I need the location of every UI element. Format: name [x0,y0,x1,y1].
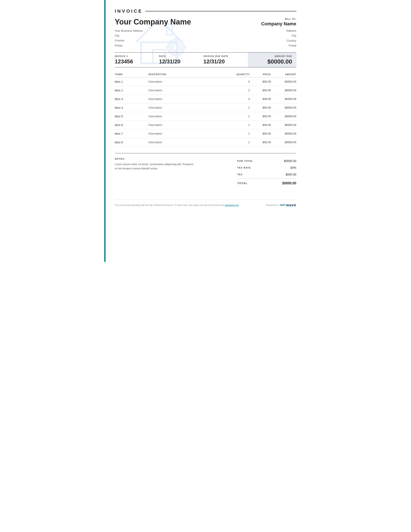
item-quantity: 1 [229,121,250,129]
item-price: $00.00 [250,77,271,86]
meta-bar: INVOICE # 123456 DATE 12/31/20 INVOICE D… [115,52,296,67]
item-price: $00.00 [250,103,271,112]
totals-section: SUB-TOTAL $0000.00 TAX RATE 00% TAX $000… [237,158,296,187]
footer-text-content: This invoice was generated with the help… [115,204,225,206]
total-value: $0000.00 [275,181,296,185]
item-description: Description [149,129,229,138]
item-description: Description [149,86,229,95]
footer-section: NOTES: Lorem ipsum dolor sit amet, conse… [115,153,296,187]
tax-rate-value: 00% [275,166,296,169]
left-accent-bar [104,0,105,262]
company-name-left: Your Company Name [115,18,261,26]
item-name: Item 1 [115,77,149,86]
item-amount: $0000.00 [271,121,296,129]
item-name: Item 3 [115,95,149,103]
table-row: Item 8 Description 1 $00.00 $0000.00 [115,138,296,147]
wave-brand-text: wave [286,203,296,207]
powered-by-text: Powered by [266,204,278,206]
invoice-num-cell: INVOICE # 123456 [115,53,159,67]
col-header-amount: AMOUNT [271,72,296,77]
date-cell: DATE 12/31/20 [159,53,204,67]
col-header-description: DESCRIPTION [149,72,229,77]
invoice-title: INVOICE [115,9,143,14]
bill-to-city-line: City [261,33,296,38]
company-postal-line: Postal [115,43,261,48]
date-value: 12/31/20 [159,58,199,65]
items-section: ITEMS DESCRIPTION QUANTITY PRICE AMOUNT … [115,72,296,147]
subtotal-row: SUB-TOTAL $0000.00 [237,158,296,164]
item-name: Item 2 [115,86,149,95]
table-row: Item 7 Description 1 $00.00 $0000.00 [115,129,296,138]
tax-rate-label: TAX RATE [237,166,275,169]
wave-icon [280,203,285,207]
table-row: Item 5 Description 1 $00.00 $0000.00 [115,112,296,121]
amount-due-value: $0000.00 [252,58,292,65]
table-row: Item 4 Description 1 $00.00 $0000.00 [115,103,296,112]
table-row: Item 3 Description 3 $00.00 $0000.00 [115,95,296,103]
footer-text: This invoice was generated with the help… [115,204,239,206]
item-quantity: 3 [229,95,250,103]
tax-value: $000.00 [275,173,296,176]
item-description: Description [149,95,229,103]
item-name: Item 6 [115,121,149,129]
table-header: ITEMS DESCRIPTION QUANTITY PRICE AMOUNT [115,72,296,77]
header-section: Your Company Name Your Business Address … [115,18,296,48]
item-amount: $0000.00 [271,77,296,86]
item-description: Description [149,103,229,112]
col-header-items: ITEMS [115,72,149,77]
item-quantity: 2 [229,86,250,95]
item-quantity: 1 [229,103,250,112]
item-quantity: 3 [229,77,250,86]
item-price: $00.00 [250,112,271,121]
tax-row: TAX $000.00 [237,171,296,178]
amount-due-cell: AMOUNT DUE $0000.00 [248,53,296,67]
powered-by: Powered by wave [266,203,296,207]
total-label: TOTAL [237,182,275,185]
item-amount: $0000.00 [271,112,296,121]
bill-to-label: BILL TO: [261,18,296,20]
item-amount: $0000.00 [271,103,296,112]
due-date-label: INVOICE DUE DATE [204,55,243,57]
due-date-cell: INVOICE DUE DATE 12/31/20 [204,53,248,67]
company-info-right: BILL TO: Company Name Address City Count… [261,18,296,48]
bill-to-address: Address City Country Postal [261,28,296,48]
col-header-quantity: QUANTITY [229,72,250,77]
title-divider [145,11,296,11]
item-quantity: 1 [229,138,250,147]
table-body: Item 1 Description 3 $00.00 $0000.00 Ite… [115,77,296,147]
item-price: $00.00 [250,138,271,147]
invoice-page: INVOICE Your Company Name Your Business … [104,0,307,262]
company-address-left: Your Business Address City Country Posta… [115,28,261,48]
table-row: Item 6 Description 1 $00.00 $0000.00 [115,121,296,129]
company-city-line: City [115,33,261,38]
totals-divider [237,179,296,179]
invoice-num-label: INVOICE # [115,55,155,57]
item-amount: $0000.00 [271,138,296,147]
items-table: ITEMS DESCRIPTION QUANTITY PRICE AMOUNT … [115,72,296,147]
item-amount: $0000.00 [271,95,296,103]
item-quantity: 1 [229,112,250,121]
item-price: $00.00 [250,86,271,95]
notes-label: NOTES: [115,158,229,160]
item-name: Item 5 [115,112,149,121]
item-amount: $0000.00 [271,86,296,95]
item-description: Description [149,112,229,121]
footer-link[interactable]: waveapps.com [225,204,239,206]
bill-to-postal-line: Postal [261,43,296,48]
company-info-left: Your Company Name Your Business Address … [115,18,261,48]
notes-text: Lorem ipsum dolor sit amet, consectetur … [115,162,195,171]
item-price: $00.00 [250,129,271,138]
table-row: Item 1 Description 3 $00.00 $0000.00 [115,77,296,86]
company-address-line: Your Business Address [115,28,261,33]
company-country-line: Country [115,38,261,43]
invoice-title-row: INVOICE [115,9,296,14]
table-row: Item 2 Description 2 $00.00 $0000.00 [115,86,296,95]
item-name: Item 7 [115,129,149,138]
notes-section: NOTES: Lorem ipsum dolor sit amet, conse… [115,158,237,187]
item-description: Description [149,77,229,86]
due-date-value: 12/31/20 [204,58,243,65]
bill-to-country-line: Country [261,38,296,43]
invoice-num-value: 123456 [115,58,155,65]
amount-due-label: AMOUNT DUE [252,55,292,57]
tax-label: TAX [237,173,275,176]
